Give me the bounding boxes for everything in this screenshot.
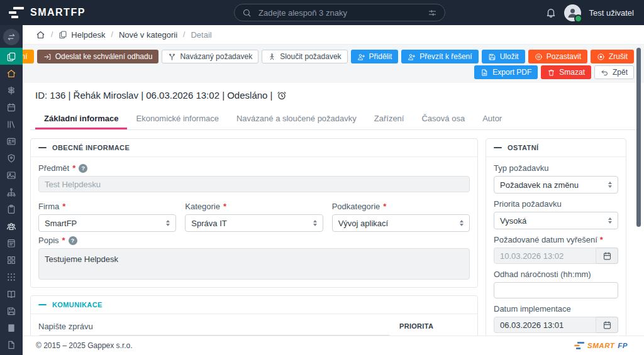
datum-vyreseni-input[interactable] bbox=[494, 248, 596, 264]
sidebar-item-calendar[interactable] bbox=[0, 99, 23, 116]
sidebar-item-copy[interactable] bbox=[0, 48, 23, 65]
search-icon bbox=[242, 8, 252, 18]
typ-pozadavku-select[interactable]: Požadavek na změnu bbox=[494, 176, 618, 194]
communication-header[interactable]: KOMUNIKACE bbox=[31, 296, 477, 314]
sidebar-toggle-button[interactable] bbox=[3, 29, 19, 45]
breadcrumb-items: /Helpdesk/Nové v kategorii/Detail bbox=[51, 30, 212, 40]
trash-icon bbox=[547, 68, 555, 77]
other-header[interactable]: OSTATNÍ bbox=[486, 139, 626, 157]
sidebar-item-home[interactable] bbox=[0, 65, 23, 82]
avatar[interactable] bbox=[564, 4, 581, 21]
help-icon[interactable]: ? bbox=[79, 164, 87, 173]
save-button[interactable]: Uložit bbox=[482, 50, 525, 63]
user-plus-icon bbox=[357, 53, 365, 61]
tab-5[interactable]: Časová osa bbox=[413, 108, 474, 129]
user-plus-icon bbox=[408, 53, 416, 61]
user-name[interactable]: Test uživatel bbox=[589, 8, 634, 18]
sidebar-item-id-card[interactable] bbox=[0, 133, 23, 150]
sidebar-item-sitemap[interactable] bbox=[0, 183, 23, 200]
select-stepper-icon bbox=[608, 182, 612, 188]
sidebar-item-image[interactable] bbox=[0, 167, 23, 183]
copy-icon bbox=[6, 52, 16, 62]
calendar-icon bbox=[6, 102, 16, 112]
collapse-icon bbox=[38, 147, 47, 148]
tab-1[interactable]: Základní informace bbox=[35, 108, 127, 129]
smartfp-logo-icon bbox=[9, 7, 24, 18]
sidebar-item-library[interactable] bbox=[0, 116, 23, 133]
kategorie-select[interactable]: Správa IT bbox=[185, 214, 323, 232]
cancel-button[interactable]: Zrušit bbox=[591, 50, 634, 63]
breadcrumb-item[interactable]: Helpdesk bbox=[58, 30, 105, 40]
help-icon[interactable]: ? bbox=[69, 236, 77, 245]
notifications-bell-icon[interactable] bbox=[545, 7, 557, 18]
brand-text: SMARTFP bbox=[30, 7, 86, 18]
home-icon[interactable] bbox=[36, 30, 45, 40]
datum-implementace-label: Datum implementace bbox=[494, 304, 618, 314]
sidebar-item-signpost[interactable] bbox=[0, 82, 23, 99]
swap-arrows-icon bbox=[7, 33, 16, 41]
copy-icon bbox=[58, 30, 67, 39]
pause-button[interactable]: Pozastavit bbox=[528, 50, 587, 63]
podkategorie-select[interactable]: Vývoj aplikací bbox=[332, 214, 470, 232]
search-input[interactable] bbox=[257, 8, 422, 18]
sidebar-item-shield[interactable] bbox=[0, 150, 23, 167]
main-area: /Helpdesk/Nové v kategorii/Detail Odesla… bbox=[23, 25, 644, 355]
topbar: SMARTFP Test uživatel bbox=[0, 0, 644, 25]
take-over-button[interactable]: Převzít k řešení bbox=[401, 50, 478, 63]
sidebar-item-users[interactable] bbox=[0, 217, 23, 234]
book-icon bbox=[6, 289, 16, 299]
tab-3[interactable]: Navázané a sloučené požadavky bbox=[228, 108, 365, 129]
send-icon bbox=[43, 53, 52, 61]
sidebar-item-clipboard[interactable] bbox=[0, 200, 23, 217]
tab-4[interactable]: Zařízení bbox=[365, 108, 413, 129]
back-button[interactable]: Zpět bbox=[594, 65, 634, 79]
predmet-label: Předmět* ? bbox=[38, 163, 470, 173]
firma-select[interactable]: SmartFP bbox=[38, 214, 176, 232]
breadcrumb-separator: / bbox=[51, 30, 53, 39]
calendar-icon[interactable] bbox=[596, 317, 618, 333]
calendar-icon[interactable] bbox=[596, 248, 618, 264]
sidebar-item-schedule[interactable] bbox=[0, 234, 23, 251]
breadcrumb-item[interactable]: Nové v kategorii bbox=[119, 30, 177, 40]
sidebar-items bbox=[0, 48, 23, 353]
users-icon bbox=[6, 221, 16, 231]
global-search[interactable] bbox=[234, 4, 445, 21]
toolbar-row-2: Export PDFSmazatZpět bbox=[33, 65, 634, 79]
user-area: Test uživatel bbox=[545, 0, 634, 25]
select-stepper-icon bbox=[608, 217, 612, 224]
priorita-pozadavku-select[interactable]: Vysoká bbox=[494, 212, 618, 229]
assign-button[interactable]: Přidělit bbox=[351, 50, 399, 63]
odhad-input[interactable] bbox=[494, 282, 618, 298]
grid-icon bbox=[6, 255, 16, 265]
action-toolbar: Odeslat ke schváleníOdeslat ke schválení… bbox=[23, 45, 644, 83]
odhad-label: Odhad náročnosti (hh:mm) bbox=[494, 270, 618, 279]
send-estimate-approval-button[interactable]: Odeslat ke schválení odhadu bbox=[37, 50, 159, 63]
save-icon bbox=[488, 53, 496, 61]
merge-request-button[interactable]: Sloučit požadavek bbox=[262, 50, 347, 63]
filter-sliders-icon[interactable] bbox=[428, 8, 437, 18]
datum-implementace-input[interactable] bbox=[494, 317, 596, 333]
doc-icon bbox=[6, 323, 16, 333]
sidebar-item-file[interactable] bbox=[0, 336, 23, 353]
sidebar-item-dots[interactable] bbox=[0, 268, 23, 285]
general-info-header[interactable]: OBECNÉ INFORMACE bbox=[31, 139, 477, 157]
sidebar-item-grid[interactable] bbox=[0, 251, 23, 268]
send-for-approval-button[interactable]: Odeslat ke schválení bbox=[23, 50, 34, 63]
smartfp-logo[interactable]: SMARTFP bbox=[0, 7, 86, 18]
breadcrumb-item[interactable]: Detail bbox=[191, 30, 211, 40]
sidebar-item-doc[interactable] bbox=[0, 319, 23, 336]
copyright-text: © 2015 – 2025 Gappex s.r.o. bbox=[36, 341, 133, 350]
tab-2[interactable]: Ekonomické informace bbox=[127, 108, 228, 129]
detail-sheet: ID: 136 | Řehák Miroslav | 06.03.2026 13… bbox=[23, 83, 644, 336]
sidebar-item-book[interactable] bbox=[0, 285, 23, 302]
predmet-input[interactable] bbox=[38, 176, 470, 192]
linked-request-button[interactable]: Navázaný požadavek bbox=[162, 50, 258, 63]
vertical-scrollbar[interactable] bbox=[636, 48, 641, 227]
sidebar-item-save[interactable] bbox=[0, 302, 23, 319]
pdf-icon bbox=[480, 68, 489, 77]
popis-textarea[interactable]: Testujeme Helpdesk bbox=[38, 248, 470, 280]
image-icon bbox=[6, 170, 16, 180]
delete-button[interactable]: Smazat bbox=[541, 65, 591, 79]
tab-6[interactable]: Autor bbox=[474, 108, 511, 129]
export-pdf-button[interactable]: Export PDF bbox=[474, 65, 538, 79]
